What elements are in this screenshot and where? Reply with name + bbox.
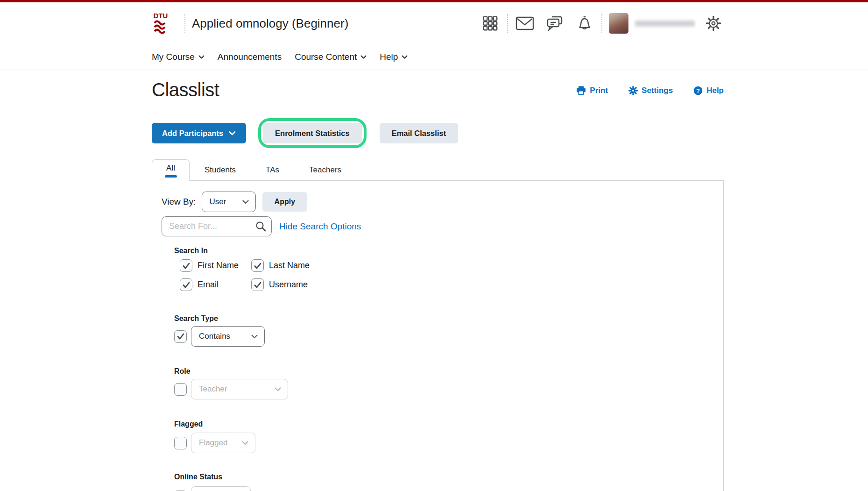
annotation-highlight-ring: Enrolment Statistics xyxy=(258,118,367,148)
checkbox-search-type[interactable] xyxy=(174,330,187,343)
checkmark-icon xyxy=(254,263,261,269)
header-divider xyxy=(184,14,185,33)
chevron-down-icon xyxy=(229,131,236,135)
checkbox-flagged[interactable] xyxy=(174,437,187,449)
view-by-label: View By: xyxy=(162,197,196,207)
tab-tas[interactable]: TAs xyxy=(251,159,294,180)
email-icon[interactable] xyxy=(515,13,535,34)
header-divider xyxy=(507,14,508,33)
checkbox-email[interactable] xyxy=(180,278,192,291)
search-in-option: First Name xyxy=(180,259,251,272)
search-in-label: Search In xyxy=(174,247,714,255)
role-select[interactable]: Teacher xyxy=(191,379,288,399)
checkmark-icon xyxy=(183,282,190,288)
checkbox-username[interactable] xyxy=(251,278,264,291)
app-grid-icon[interactable] xyxy=(480,13,501,34)
classlist-page: DTU Applied omnology (Beginner) xyxy=(0,0,868,491)
view-by-select[interactable]: User xyxy=(202,192,256,212)
search-type-label: Search Type xyxy=(174,314,714,323)
search-in-option: Email xyxy=(180,278,251,291)
search-type-select[interactable]: Contains xyxy=(191,326,265,347)
dtu-logo[interactable]: DTU xyxy=(152,12,169,35)
page-actions: Print Settings xyxy=(576,79,724,95)
hide-search-options-link[interactable]: Hide Search Options xyxy=(279,221,361,232)
flagged-label: Flagged xyxy=(174,420,714,428)
email-classlist-button[interactable]: Email Classlist xyxy=(380,123,458,143)
add-participants-button[interactable]: Add Participants xyxy=(152,123,246,143)
nav-help[interactable]: Help xyxy=(380,52,408,62)
header-divider xyxy=(601,14,602,33)
checkmark-icon xyxy=(177,333,184,340)
checkbox-last-name[interactable] xyxy=(251,259,264,272)
account-settings-gear-icon[interactable] xyxy=(703,13,724,34)
checkmark-icon xyxy=(254,282,261,288)
checkbox-first-name[interactable] xyxy=(180,259,192,272)
chat-icon[interactable] xyxy=(544,13,565,34)
nav-course-content[interactable]: Course Content xyxy=(295,52,367,62)
checkmark-icon xyxy=(183,263,190,269)
tab-all[interactable]: All xyxy=(152,159,190,181)
course-title: Applied omnology (Beginner) xyxy=(192,16,348,31)
tab-students[interactable]: Students xyxy=(190,159,251,180)
enrolment-statistics-button[interactable]: Enrolment Statistics xyxy=(263,123,362,143)
chevron-down-icon xyxy=(242,441,248,445)
search-in-option: Username xyxy=(251,278,714,291)
apply-button[interactable]: Apply xyxy=(262,192,307,212)
main-content: Classlist Print xyxy=(152,79,724,491)
app-header: DTU Applied omnology (Beginner) xyxy=(0,2,868,44)
gear-icon xyxy=(628,86,638,95)
chevron-down-icon xyxy=(360,55,367,59)
chevron-down-icon xyxy=(402,55,408,59)
user-name-blurred xyxy=(635,21,695,27)
chevron-down-icon xyxy=(275,387,281,391)
search-icon[interactable] xyxy=(255,221,266,234)
active-tab-indicator xyxy=(165,175,177,178)
svg-text:?: ? xyxy=(696,87,700,94)
checkbox-role[interactable] xyxy=(174,383,187,396)
help-button[interactable]: ? Help xyxy=(693,86,724,95)
online-status-label: Online Status xyxy=(174,473,714,481)
flagged-select[interactable]: Flagged xyxy=(191,433,255,453)
chevron-down-icon xyxy=(198,55,205,59)
page-title: Classlist xyxy=(152,79,219,100)
search-in-option: Last Name xyxy=(251,259,714,272)
chevron-down-icon xyxy=(242,200,249,204)
course-navbar: My Course Announcements Course Content H… xyxy=(0,44,868,70)
search-options-panel: View By: User Apply Hid xyxy=(152,180,724,491)
online-status-select[interactable] xyxy=(191,486,251,491)
tab-teachers[interactable]: Teachers xyxy=(294,159,356,180)
chevron-down-icon xyxy=(251,334,258,339)
role-label: Role xyxy=(174,367,714,376)
printer-icon xyxy=(576,86,586,95)
help-circle-icon: ? xyxy=(693,86,703,95)
header-actions xyxy=(480,13,724,34)
dtu-logo-icon: DTU xyxy=(152,12,169,35)
notifications-bell-icon[interactable] xyxy=(574,13,595,34)
nav-announcements[interactable]: Announcements xyxy=(218,52,282,62)
nav-my-course[interactable]: My Course xyxy=(152,52,205,62)
user-menu[interactable] xyxy=(609,13,703,34)
print-button[interactable]: Print xyxy=(576,86,608,95)
svg-text:DTU: DTU xyxy=(154,12,168,20)
avatar xyxy=(609,13,628,34)
classlist-tabs: All Students TAs Teachers xyxy=(152,159,724,180)
settings-button[interactable]: Settings xyxy=(628,86,673,95)
classlist-toolbar: Add Participants Enrolment Statistics Em… xyxy=(152,118,724,148)
